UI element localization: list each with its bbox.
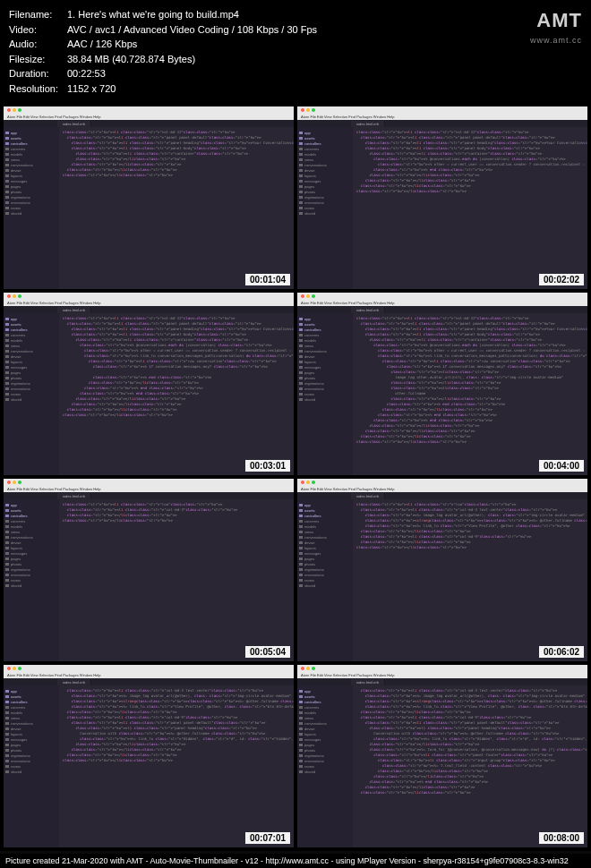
thumbnail-2: Atom File Edit View Selection Find Packa… <box>297 106 587 289</box>
titlebar <box>4 479 294 486</box>
tab-bar: index.html.erb <box>4 678 294 685</box>
filesize-label: Filesize: <box>9 52 67 67</box>
sidebar-item: shared <box>5 210 57 216</box>
sidebar-item: shared <box>299 210 351 216</box>
amt-logo: AMT www.amt.cc <box>530 5 582 47</box>
timestamp-badge: 00:08:00 <box>539 832 584 844</box>
editor-window: Atom File Edit View Selection Find Packa… <box>297 106 587 289</box>
close-icon <box>7 108 11 112</box>
titlebar <box>297 479 587 486</box>
close-icon <box>7 481 11 484</box>
file-tree-sidebar: appassetscontrollersconcernsmodelsviewsc… <box>4 127 59 289</box>
editor-window: Atom File Edit View Selection Find Packa… <box>297 479 587 661</box>
filesize-value: 38.84 MB (40.728.874 Bytes) <box>67 52 582 67</box>
close-icon <box>301 294 304 298</box>
menubar: Atom File Edit View Selection Find Packa… <box>4 486 294 492</box>
titlebar <box>297 665 587 672</box>
thumbnail-grid: Atom File Edit View Selection Find Packa… <box>0 103 591 851</box>
thumbnail-5: Atom File Edit View Selection Find Packa… <box>4 479 294 661</box>
titlebar <box>4 665 294 672</box>
file-tree-sidebar: appassetscontrollersconcernsmodelsviewsc… <box>297 685 353 847</box>
editor-tab: index.html.erb <box>57 121 91 127</box>
file-tree-sidebar: appassetscontrollersconcernsmodelsviewsc… <box>297 127 353 289</box>
footer-credits: Picture created 21-Mar-2020 with AMT - A… <box>0 854 591 868</box>
thumbnail-8: Atom File Edit View Selection Find Packa… <box>297 665 587 847</box>
tab-bar: index.html.erb <box>4 120 294 127</box>
titlebar <box>4 106 294 114</box>
tab-bar: index.html.erb <box>297 306 587 313</box>
editor-tab: index.html.erb <box>351 493 385 499</box>
editor-window: Atom File Edit View Selection Find Packa… <box>297 665 587 847</box>
editor-tab: index.html.erb <box>57 679 91 685</box>
minimize-icon <box>13 481 16 484</box>
file-tree-sidebar: appassetscontrollersconcernsmodelsviewsc… <box>4 499 59 661</box>
editor-window: Atom File Edit View Selection Find Packa… <box>4 479 294 661</box>
menubar: Atom File Edit View Selection Find Packa… <box>4 300 294 306</box>
maximize-icon <box>18 667 21 670</box>
thumbnail-4: Atom File Edit View Selection Find Packa… <box>297 293 587 475</box>
code-editor: class=class="str">"kw"><li class=class="… <box>59 127 294 289</box>
timestamp-badge: 00:06:02 <box>539 646 584 658</box>
maximize-icon <box>18 294 21 298</box>
titlebar <box>297 106 587 114</box>
file-tree-sidebar: appassetscontrollersconcernsmodelsviewsc… <box>4 685 59 847</box>
audio-value: AAC / 126 Kbps <box>67 37 582 52</box>
tab-bar: index.html.erb <box>4 306 294 313</box>
titlebar <box>4 293 294 300</box>
maximize-icon <box>18 481 21 484</box>
minimize-icon <box>13 294 16 298</box>
code-editor: class=class="str">"kw"><li class=class="… <box>353 499 587 661</box>
duration-label: Duration: <box>9 66 67 81</box>
thumbnail-1: Atom File Edit View Selection Find Packa… <box>4 106 294 289</box>
resolution-label: Resolution: <box>9 81 67 97</box>
thumbnail-7: Atom File Edit View Selection Find Packa… <box>4 665 294 847</box>
audio-label: Audio: <box>9 37 67 52</box>
close-icon <box>301 108 304 112</box>
timestamp-badge: 00:03:01 <box>245 460 290 472</box>
menubar: Atom File Edit View Selection Find Packa… <box>4 672 294 678</box>
close-icon <box>301 481 304 484</box>
menubar: Atom File Edit View Selection Find Packa… <box>297 672 587 678</box>
video-value: AVC / avc1 / Advanced Video Coding / 108… <box>67 22 582 38</box>
minimize-icon <box>13 667 16 670</box>
code-editor: class=class="str">"kw"><li class=class="… <box>353 313 587 475</box>
minimize-icon <box>306 667 310 670</box>
filename-label: Filename: <box>9 7 67 22</box>
code-editor: class=class="str">"kw"><li class=class="… <box>59 313 294 475</box>
timestamp-badge: 00:04:00 <box>539 460 584 472</box>
thumbnail-6: Atom File Edit View Selection Find Packa… <box>297 479 587 661</box>
close-icon <box>7 667 11 670</box>
code-editor: class=class="str">"kw"><li class=class="… <box>59 685 294 847</box>
editor-tab: index.html.erb <box>57 493 91 499</box>
thumbnail-3: Atom File Edit View Selection Find Packa… <box>4 293 294 475</box>
sidebar-item: shared <box>5 583 57 588</box>
minimize-icon <box>13 108 16 112</box>
code-editor: class=class="str">"kw"><li class=class="… <box>353 685 587 847</box>
file-tree-sidebar: appassetscontrollersconcernsmodelsviewsc… <box>4 313 59 475</box>
tab-bar: index.html.erb <box>4 492 294 499</box>
editor-tab: index.html.erb <box>351 679 385 685</box>
editor-tab: index.html.erb <box>351 121 385 127</box>
maximize-icon <box>18 108 21 112</box>
minimize-icon <box>306 108 310 112</box>
tab-bar: index.html.erb <box>297 492 587 499</box>
editor-window: Atom File Edit View Selection Find Packa… <box>4 293 294 475</box>
maximize-icon <box>312 294 315 298</box>
sidebar-item: shared <box>5 396 57 402</box>
editor-window: Atom File Edit View Selection Find Packa… <box>4 665 294 847</box>
close-icon <box>301 667 304 670</box>
metadata-header: Filename: 1. Here's what we're going to … <box>0 0 591 103</box>
minimize-icon <box>306 294 310 298</box>
maximize-icon <box>312 108 315 112</box>
editor-tab: index.html.erb <box>57 307 91 313</box>
timestamp-badge: 00:01:04 <box>245 274 290 285</box>
maximize-icon <box>312 667 315 670</box>
minimize-icon <box>306 481 310 484</box>
menubar: Atom File Edit View Selection Find Packa… <box>297 300 587 306</box>
maximize-icon <box>312 481 315 484</box>
menubar: Atom File Edit View Selection Find Packa… <box>297 114 587 120</box>
timestamp-badge: 00:02:02 <box>539 274 584 285</box>
logo-url: www.amt.cc <box>530 35 582 47</box>
timestamp-badge: 00:05:04 <box>245 646 290 658</box>
sidebar-item: shared <box>299 769 351 774</box>
